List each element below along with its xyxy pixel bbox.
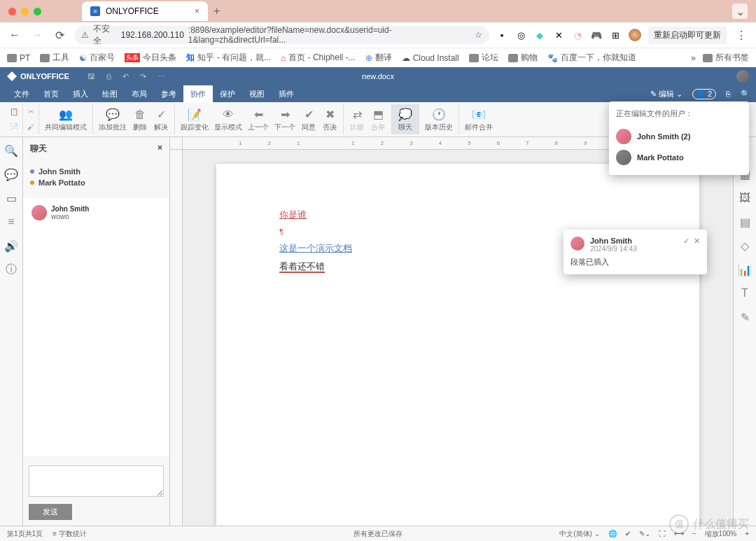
chart-settings-icon[interactable]: 📊 (738, 263, 751, 276)
bookmark-zhihu[interactable]: 知知乎 - 有问题，就... (186, 52, 271, 64)
menu-references[interactable]: 参考 (154, 85, 183, 103)
ext-icon-7[interactable]: ⊞ (610, 29, 621, 41)
vertical-ruler[interactable] (170, 150, 183, 526)
accept-change-icon[interactable]: ✓ (683, 237, 690, 253)
users-count-button[interactable]: 👤2 (692, 89, 716, 99)
browser-update-button[interactable]: 重新启动即可更新 (648, 27, 727, 44)
bookmark-chiphell[interactable]: ⌂首页 - Chiphell -... (281, 52, 356, 64)
next-change-icon[interactable]: ➡ (277, 107, 293, 122)
edit-mode-button[interactable]: ✎ 编辑 ⌄ (650, 89, 682, 99)
shape-settings-icon[interactable]: ◇ (738, 239, 751, 252)
back-button[interactable]: ← (7, 27, 22, 43)
ext-icon-3[interactable]: ◆ (534, 29, 545, 41)
headings-icon[interactable]: ≡ (5, 216, 18, 228)
ribbon-history[interactable]: 🕐 版本历史 (419, 104, 459, 134)
all-bookmarks-button[interactable]: 所有书签 (703, 52, 749, 64)
bookmark-shopping[interactable]: 购物 (508, 52, 538, 64)
close-chat-icon[interactable]: × (158, 143, 162, 155)
comments-panel-icon[interactable]: 💬 (5, 168, 18, 181)
track-changes-icon[interactable]: 📝 (187, 107, 202, 122)
ribbon-coedit[interactable]: 👥 共同编辑模式 (39, 104, 93, 134)
copy-icon[interactable]: 📋 (10, 108, 18, 115)
tab-title: ONLYOFFICE (106, 6, 159, 16)
spelling-icon[interactable]: 🌐 (608, 530, 617, 538)
menu-plugins[interactable]: 插件 (272, 85, 301, 103)
ext-icon-4[interactable]: ✕ (553, 29, 564, 41)
address-bar[interactable]: ⚠ 不安全 192.168.200.110:8898/example/edito… (74, 26, 489, 44)
menu-insert[interactable]: 插入 (66, 85, 95, 103)
menu-draw[interactable]: 绘图 (95, 85, 125, 103)
document-page[interactable]: 你是谁 ¶ 这是一个演示文档 看着还不错 (216, 164, 699, 526)
menu-layout[interactable]: 布局 (125, 85, 154, 103)
cut-icon[interactable]: ✂ (28, 108, 34, 115)
bookmark-baidu[interactable]: 🐾百度一下，你就知道 (547, 52, 636, 64)
close-tab-icon[interactable]: × (195, 6, 200, 16)
feedback-icon[interactable]: 🔊 (5, 239, 18, 252)
ribbon-chat[interactable]: 💭 聊天 (392, 104, 419, 134)
bookmark-baijiahao[interactable]: ☯百家号 (79, 52, 115, 64)
ext-icon-5[interactable]: ◔ (572, 29, 583, 41)
bookmark-overflow-icon[interactable]: » (691, 53, 696, 63)
add-comment-icon[interactable]: 💬 (105, 107, 120, 122)
resolve-comment-icon[interactable]: ✓ (153, 107, 169, 122)
forward-button[interactable]: → (29, 27, 45, 43)
page-number[interactable]: 第1页共1页 (7, 529, 43, 539)
reload-button[interactable]: ⟳ (52, 27, 67, 43)
close-window-button[interactable] (8, 8, 16, 15)
ribbon-mail-merge[interactable]: 📧 邮件合并 (459, 104, 498, 134)
menu-view[interactable]: 视图 (242, 85, 272, 103)
redo-icon[interactable]: ↷ (140, 72, 146, 81)
reject-icon[interactable]: ✖ (322, 107, 337, 122)
menu-collaboration[interactable]: 协作 (183, 85, 213, 103)
browser-tab[interactable]: ≡ ONLYOFFICE × (82, 1, 208, 21)
bookmark-forum[interactable]: 论坛 (469, 52, 498, 64)
display-mode-icon[interactable]: 👁 (220, 107, 236, 122)
header-footer-icon[interactable]: ▤ (738, 216, 751, 228)
save-icon[interactable]: 🖫 (88, 72, 95, 81)
menu-protect[interactable]: 保护 (213, 85, 242, 103)
profile-avatar[interactable] (629, 29, 641, 41)
menu-home[interactable]: 首页 (36, 85, 66, 103)
paste-icon[interactable]: 📄 (10, 123, 18, 131)
bookmark-star-icon[interactable]: ☆ (475, 30, 482, 40)
maximize-window-button[interactable] (34, 8, 41, 15)
bookmark-folder-pt[interactable]: PT (7, 53, 30, 63)
ext-icon-6[interactable]: 🎮 (591, 29, 602, 41)
bookmark-folder-tools[interactable]: 工具 (40, 52, 69, 64)
prev-change-icon[interactable]: ⬅ (251, 107, 266, 122)
ext-icon-2[interactable]: ◎ (515, 29, 526, 41)
menu-file[interactable]: 文件 (7, 85, 36, 103)
text-art-icon[interactable]: T (738, 287, 751, 300)
image-settings-icon[interactable]: 🖼 (738, 192, 751, 204)
fit-page-icon[interactable]: ⛶ (659, 530, 666, 538)
chat-panel-icon[interactable]: ▭ (5, 192, 18, 204)
chat-input[interactable] (29, 465, 164, 497)
user-avatar-icon[interactable] (736, 70, 749, 83)
undo-icon[interactable]: ↶ (122, 72, 129, 81)
browser-menu-icon[interactable]: ⋮ (734, 27, 749, 43)
bookmark-cloud[interactable]: ☁Cloud Install (402, 53, 459, 63)
search-icon[interactable]: 🔍 (741, 90, 750, 99)
accept-icon[interactable]: ✔ (301, 107, 316, 122)
bookmark-translate[interactable]: ⊕翻译 (365, 52, 392, 64)
word-count-button[interactable]: ≡ 字数统计 (52, 529, 87, 539)
bookmark-toutiao[interactable]: 头条今日头条 (125, 52, 176, 64)
reject-change-icon[interactable]: ✕ (694, 237, 700, 253)
spellcheck-icon[interactable]: ✔ (625, 530, 631, 538)
signature-icon[interactable]: ✎ (738, 311, 751, 323)
format-painter-icon[interactable]: 🖌 (27, 123, 34, 131)
send-button[interactable]: 发送 (29, 504, 72, 520)
track-changes-status-icon[interactable]: ✎⌄ (639, 530, 650, 538)
expand-tabs-button[interactable]: ⌄ (732, 3, 748, 19)
about-icon[interactable]: ⓘ (5, 263, 18, 276)
ext-icon-1[interactable]: ▪ (496, 29, 507, 41)
minimize-window-button[interactable] (21, 8, 29, 15)
delete-comment-icon[interactable]: 🗑 (132, 107, 148, 122)
find-icon[interactable]: 🔍 (5, 144, 18, 157)
language-selector[interactable]: 中文(简体) ⌄ (559, 529, 599, 539)
more-icon[interactable]: ⋯ (158, 72, 165, 81)
new-tab-button[interactable]: + (214, 5, 220, 17)
open-location-icon[interactable]: ⎘ (726, 90, 731, 98)
document-scroll[interactable]: 你是谁 ¶ 这是一个演示文档 看着还不错 (183, 150, 733, 526)
print-icon[interactable]: ⎙ (106, 72, 111, 81)
